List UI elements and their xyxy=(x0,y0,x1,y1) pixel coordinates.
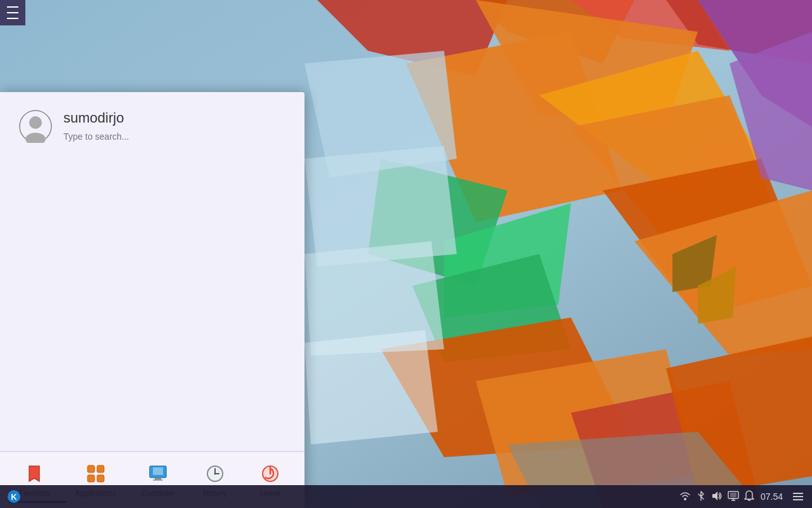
svg-rect-32 xyxy=(88,475,95,482)
display-tray-icon[interactable] xyxy=(728,490,739,504)
system-tray xyxy=(679,490,754,504)
kde-logo-button[interactable]: K xyxy=(5,488,23,505)
leave-icon xyxy=(259,462,282,485)
svg-rect-31 xyxy=(97,465,104,472)
search-input[interactable] xyxy=(63,131,285,142)
avatar xyxy=(19,110,52,143)
notifications-tray-icon[interactable] xyxy=(744,490,754,504)
favorites-icon xyxy=(23,462,46,485)
svg-point-41 xyxy=(214,473,216,475)
bluetooth-tray-icon[interactable] xyxy=(696,490,706,504)
hamburger-line-3 xyxy=(7,18,18,19)
taskbar-menu-icon[interactable] xyxy=(789,488,807,505)
username: sumodirjo xyxy=(63,110,285,126)
taskbar-left: K xyxy=(5,488,23,505)
svg-marker-47 xyxy=(712,491,717,500)
user-info: sumodirjo xyxy=(63,110,285,142)
volume-tray-icon[interactable] xyxy=(711,490,723,504)
svg-rect-35 xyxy=(153,467,163,475)
hamburger-line-2 xyxy=(7,12,18,13)
history-icon xyxy=(204,462,226,485)
svg-point-28 xyxy=(29,116,42,129)
network-tray-icon[interactable] xyxy=(679,490,691,504)
svg-rect-33 xyxy=(97,475,104,482)
svg-point-29 xyxy=(25,133,46,143)
hamburger-line-1 xyxy=(7,6,18,8)
svg-text:K: K xyxy=(11,492,17,502)
taskbar: K xyxy=(0,485,812,508)
app-menu-panel: sumodirjo Favorites xyxy=(0,92,304,508)
svg-rect-37 xyxy=(153,479,163,481)
svg-rect-30 xyxy=(88,465,95,472)
computer-icon xyxy=(147,462,169,485)
svg-point-46 xyxy=(684,498,686,500)
taskbar-right: 07.54 xyxy=(679,488,807,505)
applications-icon xyxy=(84,462,107,485)
svg-rect-36 xyxy=(155,478,161,479)
menu-button[interactable] xyxy=(0,0,25,25)
content-area xyxy=(0,156,304,451)
svg-rect-49 xyxy=(730,493,737,497)
user-section: sumodirjo xyxy=(0,92,304,156)
svg-marker-24 xyxy=(304,330,438,444)
clock: 07.54 xyxy=(761,491,783,502)
